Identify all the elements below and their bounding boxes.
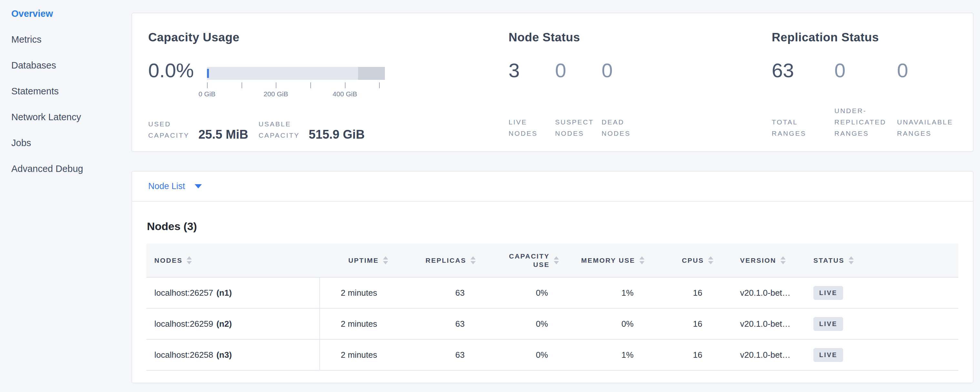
replicas-cell: 63: [388, 309, 476, 339]
dead-nodes-stat: 0 DEAD NODES: [601, 59, 631, 139]
capacity-bar-reserved-segment: [358, 67, 385, 80]
status-badge: LIVE: [813, 286, 843, 300]
under-replicated-ranges-value: 0: [834, 59, 886, 82]
uptime-cell: 2 minutes: [319, 277, 388, 308]
under-replicated-ranges-label: UNDER- REPLICATED RANGES: [834, 105, 886, 139]
capacity-bar: [207, 67, 385, 80]
node-status-section: Node Status 3 LIVE NODES 0 SUSPECT NODES…: [509, 31, 735, 139]
capacity-details: USED CAPACITY 25.5 MiB USABLE CAPACITY 5…: [148, 118, 364, 141]
sidebar-item-jobs[interactable]: Jobs: [11, 130, 129, 156]
column-header-capacity-use[interactable]: CAPACITY USE: [476, 244, 559, 277]
cluster-summary-card: Capacity Usage 0.0% 0 GiB 200 GiB 400 Gi…: [131, 13, 974, 152]
sort-icon: [780, 256, 786, 265]
nodes-table-body: localhost:26257 (n1) 2 minutes 63 0% 1% …: [146, 277, 958, 371]
column-header-uptime[interactable]: UPTIME: [319, 244, 388, 277]
node-id: (n2): [216, 319, 232, 329]
axis-label-200gib: 200 GiB: [264, 90, 288, 98]
column-header-cpus[interactable]: CPUS: [644, 244, 713, 277]
sidebar-item-network-latency[interactable]: Network Latency: [11, 104, 129, 130]
suspect-nodes-value: 0: [555, 59, 594, 82]
memory-use-cell: 1%: [559, 339, 644, 370]
column-header-memory-use[interactable]: MEMORY USE: [559, 244, 644, 277]
version-cell: v20.1.0-bet…: [713, 339, 807, 370]
sort-icon: [849, 256, 854, 265]
axis-label-0gib: 0 GiB: [199, 90, 216, 98]
axis-tick: [276, 83, 277, 88]
live-nodes-value: 3: [509, 59, 538, 82]
sort-icon: [554, 256, 559, 265]
cpus-cell: 16: [644, 339, 713, 370]
replicas-cell: 63: [388, 277, 476, 308]
sort-icon: [708, 256, 713, 265]
node-address[interactable]: localhost:26257: [154, 288, 213, 298]
table-row-node-3[interactable]: localhost:26258 (n3) 2 minutes 63 0% 1% …: [146, 339, 958, 371]
replicas-cell: 63: [388, 339, 476, 370]
node-status-title: Node Status: [509, 31, 735, 44]
used-capacity-value: 25.5 MiB: [198, 127, 248, 142]
node-list-dropdown-label: Node List: [148, 181, 185, 191]
replication-status-title: Replication Status: [772, 31, 969, 44]
status-badge: LIVE: [813, 348, 843, 362]
node-list-view-header: Node List: [132, 172, 973, 202]
node-list-card: Node List Nodes (3) NODES UPTIME REPLICA…: [131, 171, 974, 383]
suspect-nodes-stat: 0 SUSPECT NODES: [555, 59, 594, 139]
dead-nodes-label: DEAD NODES: [601, 116, 631, 139]
capacity-usage-title: Capacity Usage: [148, 31, 487, 44]
capacity-bar-used-segment: [207, 69, 209, 78]
axis-tick: [379, 83, 380, 88]
column-header-version[interactable]: VERSION: [713, 244, 807, 277]
version-cell: v20.1.0-bet…: [713, 309, 807, 339]
live-nodes-stat: 3 LIVE NODES: [509, 59, 538, 139]
usable-capacity-value: 515.9 GiB: [309, 127, 364, 142]
chevron-down-icon: [195, 184, 202, 188]
sidebar-item-databases[interactable]: Databases: [11, 53, 129, 78]
axis-label-400gib: 400 GiB: [332, 90, 357, 98]
table-row-node-2[interactable]: localhost:26259 (n2) 2 minutes 63 0% 0% …: [146, 309, 958, 339]
usable-capacity-label: USABLE CAPACITY: [259, 118, 300, 141]
capacity-used-percent: 0.0%: [148, 59, 194, 82]
axis-tick: [310, 83, 311, 88]
live-nodes-label: LIVE NODES: [509, 116, 538, 139]
capacity-gauge-chart: 0 GiB 200 GiB 400 GiB: [207, 67, 385, 102]
sidebar-item-overview[interactable]: Overview: [11, 1, 129, 27]
nodes-table-header-row: NODES UPTIME REPLICAS CAPACITY USE MEMOR…: [146, 244, 958, 277]
capacity-use-cell: 0%: [476, 339, 559, 370]
node-list-dropdown[interactable]: Node List: [148, 181, 202, 191]
column-header-status[interactable]: STATUS: [807, 244, 958, 277]
total-ranges-stat: 63 TOTAL RANGES: [772, 59, 806, 139]
nodes-count-heading: Nodes (3): [147, 220, 197, 233]
cluster-overview-page: { "colors": { "accent_blue": "#3a78e7", …: [0, 0, 980, 392]
capacity-use-cell: 0%: [476, 309, 559, 339]
node-address[interactable]: localhost:26259: [154, 319, 213, 329]
capacity-usage-section: Capacity Usage 0.0% 0 GiB 200 GiB 400 Gi…: [148, 31, 487, 139]
sidebar-item-advanced-debug[interactable]: Advanced Debug: [11, 156, 129, 182]
version-cell: v20.1.0-bet…: [713, 277, 807, 308]
memory-use-cell: 1%: [559, 277, 644, 308]
cpus-cell: 16: [644, 277, 713, 308]
column-header-replicas[interactable]: REPLICAS: [388, 244, 476, 277]
status-badge: LIVE: [813, 317, 843, 331]
total-ranges-value: 63: [772, 59, 806, 82]
used-capacity-label: USED CAPACITY: [148, 118, 189, 141]
total-ranges-label: TOTAL RANGES: [772, 116, 806, 139]
column-header-nodes[interactable]: NODES: [146, 244, 319, 277]
nodes-table: NODES UPTIME REPLICAS CAPACITY USE MEMOR…: [146, 244, 958, 371]
unavailable-ranges-stat: 0 UNAVAILABLE RANGES: [897, 59, 953, 139]
axis-tick: [242, 83, 242, 88]
sort-icon: [471, 256, 476, 265]
sort-icon: [383, 256, 388, 265]
axis-tick: [207, 83, 208, 88]
table-row-node-1[interactable]: localhost:26257 (n1) 2 minutes 63 0% 1% …: [146, 277, 958, 309]
uptime-cell: 2 minutes: [319, 309, 388, 339]
node-address[interactable]: localhost:26258: [154, 350, 213, 360]
node-id: (n1): [216, 288, 232, 298]
capacity-use-cell: 0%: [476, 277, 559, 308]
node-id: (n3): [216, 350, 232, 360]
uptime-cell: 2 minutes: [319, 339, 388, 370]
sort-icon: [187, 256, 192, 265]
replication-status-section: Replication Status 63 TOTAL RANGES 0 UND…: [772, 31, 969, 139]
sort-icon: [640, 256, 644, 265]
sidebar-item-metrics[interactable]: Metrics: [11, 27, 129, 53]
unavailable-ranges-label: UNAVAILABLE RANGES: [897, 116, 953, 139]
sidebar-item-statements[interactable]: Statements: [11, 78, 129, 104]
